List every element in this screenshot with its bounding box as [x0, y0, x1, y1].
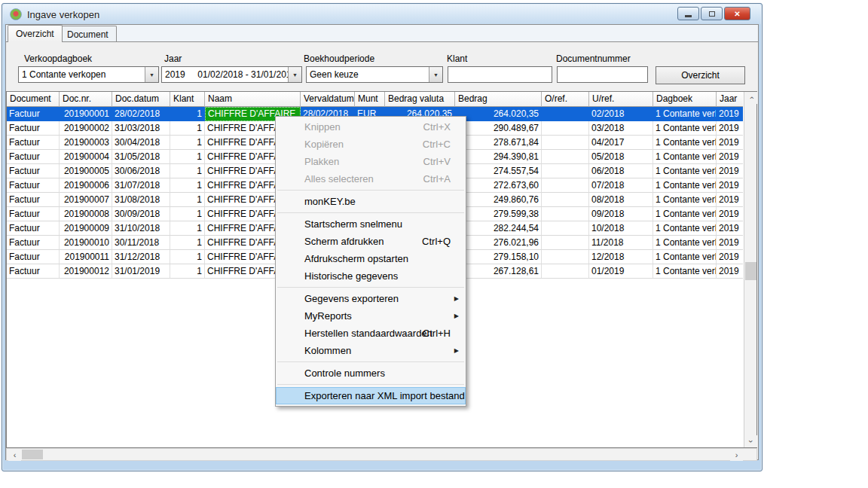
boekhoudperiode-select[interactable]: Geen keuze ▼ [306, 66, 443, 83]
scroll-up-icon[interactable]: › [744, 92, 757, 104]
cell-jaar[interactable]: 2019 [717, 150, 743, 164]
cell-klant[interactable]: 1 [170, 136, 205, 150]
cell-bedrag[interactable]: 279.599,38 [455, 207, 542, 221]
cell-u-ref[interactable]: 05/2018 [589, 150, 653, 164]
cell-dagboek[interactable]: 1 Contante verko [653, 107, 717, 121]
cell-klant[interactable]: 1 [170, 250, 205, 264]
cell-u-ref[interactable]: 02/2018 [589, 107, 653, 121]
column-header-bedrag[interactable]: Bedrag [455, 92, 542, 107]
cell-document[interactable]: Factuur [7, 207, 60, 221]
cell-doc-nr[interactable]: 201900009 [60, 221, 112, 236]
cell-dagboek[interactable]: 1 Contante verko [653, 207, 717, 221]
cell-dagboek[interactable]: 1 Contante verko [653, 150, 717, 164]
cell-jaar[interactable]: 2019 [717, 221, 743, 236]
cell-o-ref[interactable] [542, 150, 589, 164]
cell-o-ref[interactable] [542, 207, 589, 221]
cell-jaar[interactable]: 2019 [717, 193, 743, 207]
cell-doc-datum[interactable]: 28/02/2018 [112, 107, 170, 121]
chevron-down-icon[interactable]: ▼ [429, 67, 442, 82]
cell-doc-nr[interactable]: 201900004 [60, 150, 112, 164]
column-header-jaar[interactable]: Jaar [717, 92, 743, 107]
cell-klant[interactable]: 1 [170, 121, 205, 136]
cell-bedrag[interactable]: 249.860,76 [455, 193, 542, 207]
cell-doc-datum[interactable]: 30/09/2018 [112, 207, 170, 221]
cell-klant[interactable]: 1 [170, 107, 205, 121]
cell-u-ref[interactable]: 08/2018 [589, 193, 653, 207]
cell-u-ref[interactable]: 03/2018 [589, 121, 653, 136]
cell-bedrag[interactable]: 282.244,54 [455, 221, 542, 236]
menu-item-scherm-afdrukken[interactable]: Scherm afdrukkenCtrl+Q [276, 233, 466, 250]
menu-item-startscherm-snelmenu[interactable]: Startscherm snelmenu [276, 215, 466, 233]
cell-u-ref[interactable]: 10/2018 [589, 221, 653, 236]
cell-dagboek[interactable]: 1 Contante verko [653, 193, 717, 207]
cell-klant[interactable]: 1 [170, 164, 205, 178]
cell-doc-datum[interactable]: 30/06/2018 [112, 164, 170, 178]
column-header-doc-datum[interactable]: Doc.datum [112, 92, 170, 107]
verkoopdagboek-select[interactable]: 1 Contante verkopen ▼ [18, 66, 159, 83]
cell-document[interactable]: Factuur [7, 236, 60, 250]
cell-doc-nr[interactable]: 201900005 [60, 164, 112, 178]
cell-o-ref[interactable] [542, 107, 589, 121]
cell-klant[interactable]: 1 [170, 207, 205, 221]
chevron-down-icon[interactable]: ▼ [145, 67, 158, 82]
cell-doc-datum[interactable]: 31/08/2018 [112, 193, 170, 207]
column-header-vervaldatum[interactable]: Vervaldatum [301, 92, 355, 107]
scroll-down-icon[interactable]: › [744, 435, 757, 447]
cell-bedrag[interactable]: 272.673,60 [455, 178, 542, 193]
cell-doc-datum[interactable]: 30/11/2018 [112, 236, 170, 250]
menu-item-controle-nummers[interactable]: Controle nummers [276, 364, 466, 382]
cell-jaar[interactable]: 2019 [717, 121, 743, 136]
cell-dagboek[interactable]: 1 Contante verko [653, 164, 717, 178]
column-header-bedrag-valuta[interactable]: Bedrag valuta [385, 92, 455, 107]
column-header-o-ref[interactable]: O/ref. [542, 92, 589, 107]
title-bar[interactable]: Ingave verkopen ✕ [3, 5, 761, 24]
column-header-u-ref[interactable]: U/ref. [589, 92, 653, 107]
cell-doc-nr[interactable]: 201900011 [60, 250, 112, 264]
menu-item-alles-selecteren[interactable]: Alles selecterenCtrl+A [276, 170, 466, 188]
jaar-select[interactable]: 2019 01/02/2018 - 31/01/2019 ▼ [161, 66, 302, 83]
cell-document[interactable]: Factuur [7, 264, 60, 279]
column-header-munt[interactable]: Munt [355, 92, 385, 107]
cell-dagboek[interactable]: 1 Contante verko [653, 221, 717, 236]
cell-o-ref[interactable] [542, 250, 589, 264]
klant-input[interactable] [448, 66, 552, 83]
cell-bedrag[interactable]: 294.390,81 [455, 150, 542, 164]
cell-u-ref[interactable]: 06/2018 [589, 164, 653, 178]
cell-o-ref[interactable] [542, 178, 589, 193]
cell-doc-nr[interactable]: 201900002 [60, 121, 112, 136]
cell-jaar[interactable]: 2019 [717, 250, 743, 264]
cell-doc-nr[interactable]: 201900003 [60, 136, 112, 150]
cell-dagboek[interactable]: 1 Contante verko [653, 236, 717, 250]
cell-o-ref[interactable] [542, 193, 589, 207]
maximize-button[interactable] [701, 7, 723, 20]
cell-document[interactable]: Factuur [7, 121, 60, 136]
menu-item-exporteren-naar-xml-import-bestand[interactable]: Exporteren naar XML import bestand [276, 387, 466, 404]
menu-item-kolommen[interactable]: Kolommen▶ [276, 342, 466, 359]
cell-document[interactable]: Factuur [7, 150, 60, 164]
cell-bedrag[interactable]: 264.020,35 [455, 107, 542, 121]
menu-item-afdrukscherm-opstarten[interactable]: Afdrukscherm opstarten [276, 250, 466, 267]
documentnummer-input[interactable] [557, 66, 648, 83]
cell-doc-datum[interactable]: 31/12/2018 [112, 250, 170, 264]
cell-u-ref[interactable]: 09/2018 [589, 207, 653, 221]
cell-bedrag[interactable]: 290.489,67 [455, 121, 542, 136]
minimize-button[interactable] [677, 7, 699, 20]
cell-doc-nr[interactable]: 201900007 [60, 193, 112, 207]
cell-bedrag[interactable]: 278.671,84 [455, 136, 542, 150]
cell-klant[interactable]: 1 [170, 178, 205, 193]
cell-jaar[interactable]: 2019 [717, 164, 743, 178]
menu-item-knippen[interactable]: KnippenCtrl+X [276, 118, 466, 136]
chevron-down-icon[interactable]: ▼ [288, 67, 301, 82]
cell-doc-datum[interactable]: 30/04/2018 [112, 136, 170, 150]
menu-item-historische-gegevens[interactable]: Historische gegevens [276, 267, 466, 285]
cell-dagboek[interactable]: 1 Contante verko [653, 136, 717, 150]
cell-bedrag[interactable]: 276.021,96 [455, 236, 542, 250]
cell-u-ref[interactable]: 11/2018 [589, 236, 653, 250]
tab-overzicht[interactable]: Overzicht [8, 25, 63, 42]
cell-document[interactable]: Factuur [7, 136, 60, 150]
column-header-naam[interactable]: Naam [205, 92, 301, 107]
cell-o-ref[interactable] [542, 164, 589, 178]
cell-dagboek[interactable]: 1 Contante verko [653, 250, 717, 264]
tab-document[interactable]: Document [59, 26, 117, 42]
cell-o-ref[interactable] [542, 121, 589, 136]
